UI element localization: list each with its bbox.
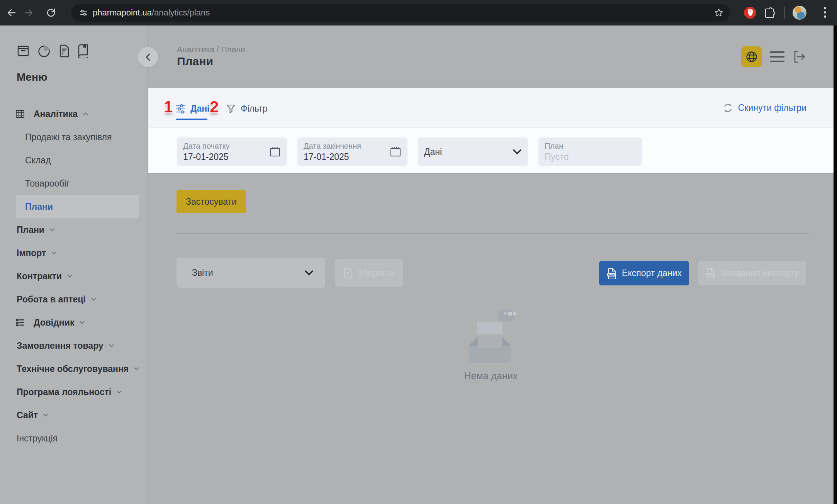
data-select[interactable]: Дані	[418, 137, 528, 166]
sidebar-item-plans-selected[interactable]: Плани	[16, 195, 139, 218]
sidebar-item-plans-group[interactable]: Плани	[0, 218, 147, 241]
sidebar-item-warehouse[interactable]: Склад	[0, 149, 147, 172]
apply-label: Застосувати	[186, 197, 237, 207]
sidebar-item-label: Технічне обслуговування	[17, 364, 129, 374]
field-label: Дата закінчення	[304, 141, 401, 151]
sidebar-item-label: Програма лояльності	[17, 387, 111, 397]
xlsx-file-icon: XLSX	[606, 268, 616, 279]
date-end-field[interactable]: Дата закінчення 17-01-2025	[297, 137, 407, 166]
empty-state-message: Нема даних	[464, 370, 518, 382]
svg-text:XLSX: XLSX	[608, 273, 615, 276]
chevron-down-icon	[43, 413, 49, 417]
grid-icon	[16, 110, 24, 118]
book-icon[interactable]	[77, 44, 89, 58]
box-icon[interactable]	[17, 44, 30, 58]
date-start-field[interactable]: Дата початку 17-01-2025	[177, 137, 287, 166]
toolbar-divider	[784, 7, 785, 19]
adblock-extension-icon[interactable]	[744, 6, 757, 19]
sidebar-item-label: Контракти	[17, 271, 62, 282]
sliders-icon	[176, 104, 186, 114]
chevron-down-icon	[513, 149, 522, 155]
reset-filters-link[interactable]: Скинути фільтри	[723, 103, 806, 113]
language-globe-button[interactable]	[741, 46, 762, 67]
save-button[interactable]: Зберегти	[335, 259, 403, 287]
sidebar-item-label: Склад	[25, 155, 51, 166]
empty-inbox-icon	[460, 307, 522, 365]
chevron-down-icon	[304, 270, 314, 276]
export-data-button[interactable]: XLSX Експорт даних	[599, 261, 689, 285]
app-menu-button[interactable]	[770, 51, 784, 62]
sidebar-item-analytics[interactable]: Аналітика	[0, 102, 147, 126]
chevron-down-icon	[109, 344, 114, 348]
reload-button[interactable]	[42, 4, 59, 21]
field-placeholder: Пусто	[545, 151, 636, 162]
sidebar-item-contracts[interactable]: Контракти	[0, 265, 147, 288]
chevron-down-icon	[49, 228, 55, 232]
sidebar-quick-icons	[17, 44, 89, 58]
chevron-down-icon	[91, 297, 97, 301]
calendar-icon[interactable]	[390, 146, 401, 158]
save-label: Зберегти	[358, 268, 395, 278]
sidebar-item-label: Плани	[25, 202, 53, 212]
som-annotation-1: 1	[164, 99, 173, 115]
export-summary-label: Зведення експорту	[721, 268, 799, 278]
sidebar: Меню Аналітика Продажі та закупівля Скла…	[0, 25, 148, 504]
profile-avatar[interactable]	[793, 6, 806, 20]
chevron-down-icon	[51, 251, 57, 255]
section-divider	[176, 233, 809, 234]
chevron-down-icon	[134, 367, 139, 371]
tab-filter[interactable]: Фільтр	[241, 104, 268, 114]
reset-icon	[723, 103, 733, 113]
chevron-up-icon	[83, 112, 88, 116]
sidebar-item-directory[interactable]: Довідник	[0, 311, 147, 334]
forward-button[interactable]	[20, 4, 37, 21]
select-label: Дані	[424, 141, 522, 162]
som-annotation-2: 2	[210, 99, 219, 115]
plan-field[interactable]: План Пусто	[538, 137, 642, 166]
export-summary-button[interactable]: XLSX Зведення експорту	[698, 261, 806, 285]
list-icon	[16, 319, 24, 326]
sidebar-item-label: Продажі та закупівля	[25, 132, 112, 143]
sidebar-item-turnover[interactable]: Товарообіг	[0, 172, 147, 195]
funnel-icon	[226, 104, 236, 114]
chevron-down-icon	[79, 321, 85, 324]
site-settings-icon[interactable]	[80, 9, 87, 17]
url-bar[interactable]: pharmapoint.ua/analytics/plans	[71, 4, 730, 22]
reports-label: Звіти	[192, 268, 304, 278]
xlsx-file-icon: XLSX	[705, 268, 715, 279]
logout-button[interactable]	[791, 49, 807, 65]
sidebar-item-label: Робота в аптеці	[17, 294, 86, 305]
pie-chart-icon[interactable]	[37, 44, 51, 58]
empty-state: Нема даних	[148, 307, 834, 382]
sidebar-item-label: Замовлення товару	[17, 341, 104, 351]
sidebar-item-label: Довідник	[34, 317, 74, 328]
svg-text:XLSX: XLSX	[706, 273, 714, 276]
sidebar-item-maintenance[interactable]: Технічне обслуговування	[0, 357, 147, 380]
calendar-icon[interactable]	[269, 146, 281, 158]
sidebar-item-import[interactable]: Імпорт	[0, 241, 147, 265]
sidebar-item-site[interactable]: Сайт	[0, 404, 147, 427]
breadcrumb[interactable]: Аналітика / Плани	[177, 45, 245, 54]
url-path: /analytics/plans	[152, 8, 210, 17]
extensions-icon[interactable]	[764, 7, 775, 19]
page-title: Плани	[177, 55, 213, 68]
sidebar-item-goods-orders[interactable]: Замовлення товару	[0, 334, 147, 357]
bookmark-star-icon[interactable]	[714, 8, 724, 18]
tab-data[interactable]: Дані	[190, 104, 209, 114]
back-button[interactable]	[3, 4, 20, 21]
sidebar-item-instruction[interactable]: Інструкція	[0, 427, 147, 450]
globe-icon	[745, 51, 758, 63]
browser-menu-icon[interactable]	[817, 5, 833, 20]
apply-button[interactable]: Застосувати	[177, 190, 246, 213]
sidebar-item-pharmacy-work[interactable]: Робота в аптеці	[0, 288, 147, 311]
reset-filters-label: Скинути фільтри	[738, 103, 806, 113]
document-icon[interactable]	[58, 44, 70, 58]
sidebar-item-label: Інструкція	[17, 433, 58, 444]
reports-select[interactable]: Звіти	[177, 258, 325, 288]
sidebar-item-loyalty-program[interactable]: Програма лояльності	[0, 380, 147, 404]
sidebar-item-label: Імпорт	[17, 248, 46, 258]
url-host: pharmapoint.ua	[93, 8, 152, 17]
sidebar-collapse-button[interactable]	[138, 47, 158, 67]
sidebar-item-sales-purchases[interactable]: Продажі та закупівля	[0, 126, 147, 149]
sidebar-item-label: Аналітика	[34, 109, 78, 119]
